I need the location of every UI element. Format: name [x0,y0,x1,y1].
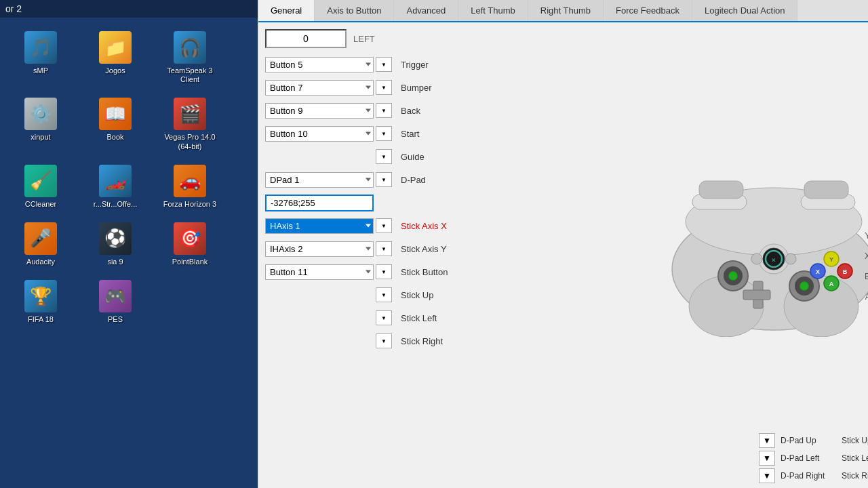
empty-dropdown-10 [265,287,374,303]
chevron-icon-2: ▼ [381,108,387,114]
mapping-label-8: Stick Axis Y [394,244,645,254]
tab-general[interactable]: General [258,0,315,22]
right-label-trigger: Trigger [865,185,868,205]
svg-text:A: A [829,281,834,287]
chevron-icon-0: ▼ [381,62,387,68]
chevron-icon-3: ▼ [381,131,387,137]
icon-img-8: 🚗 [174,165,206,197]
icon-img-1: 📁 [99,31,132,64]
dropdown-container-0: Button 5 [265,57,374,73]
icon-label-10: sia 9 [107,258,123,266]
arrow-btn-container-11: ▼ [374,310,394,325]
svg-text:B: B [843,268,848,275]
dropdown-9[interactable]: Button 11 [265,264,374,280]
mapping-label-4: Guide [394,152,645,162]
svg-point-13 [751,253,762,264]
desktop-icon-5[interactable]: 🎬 Vegas Pro 14.0 (64-bit) [156,94,224,154]
value-display[interactable] [265,29,347,48]
arrow-btn-5[interactable]: ▼ [376,172,392,187]
text-input-6[interactable] [265,195,374,211]
controller-svg: ✕ [658,161,868,337]
mapping-label-5: D-Pad [394,175,645,185]
dpad-up-dropdown-btn[interactable]: ▼ [759,433,775,448]
right-label-y: Y Button [865,226,868,246]
main-content: LEFT Button 5 ▼ Trigger [258,22,868,488]
arrow-btn-8[interactable]: ▼ [376,241,392,256]
tab-left-thumb[interactable]: Left Thumb [458,0,528,21]
icon-img-5: 🎬 [174,98,206,130]
arrow-btn-container-4: ▼ [374,149,394,164]
desktop-icon-9[interactable]: 🎤 Audacity [7,219,75,270]
arrow-btn-container-2: ▼ [374,103,394,118]
chevron-down-icon-2: ▼ [763,453,771,463]
dpad-right-label: D-Pad Right [781,471,838,481]
dropdown-8[interactable]: IHAxis 2 [265,241,374,257]
mapping-label-1: Bumper [394,83,645,93]
svg-rect-7 [699,181,743,199]
tab-logitech[interactable]: Logitech Dual Action [692,0,798,21]
desktop-icon-1[interactable]: 📁 Jogos [81,28,149,87]
dropdown-5[interactable]: DPad 1 [265,172,374,188]
arrow-btn-3[interactable]: ▼ [376,126,392,141]
dropdown-3[interactable]: Button 10 [265,126,374,142]
dropdown-container-11 [265,310,374,326]
desktop-icon-8[interactable]: 🚗 Forza Horizon 3 [156,161,224,212]
icon-img-11: 🎯 [174,222,206,255]
stick-up-right-label: Stick Up [842,436,868,445]
arrow-btn-12[interactable]: ▼ [376,333,392,348]
mapping-label-12: Stick Right [394,336,645,346]
dpad-up-label: D-Pad Up [781,436,838,445]
dpad-left-dropdown-btn[interactable]: ▼ [759,451,775,466]
svg-text:Y: Y [829,256,833,263]
empty-dropdown-12 [265,333,374,349]
tab-advanced[interactable]: Advanced [394,0,458,21]
mapping-row-2: Button 9 ▼ Back [265,100,645,121]
desktop-icon-7[interactable]: 🏎️ r...Str...Offe... [81,161,149,212]
dpad-right-dropdown-btn[interactable]: ▼ [759,468,775,483]
mapping-label-7: Stick Axis X [394,221,645,231]
arrow-btn-4[interactable]: ▼ [376,149,392,164]
right-label-b: B Button [865,266,868,287]
arrow-btn-7[interactable]: ▼ [376,218,392,233]
arrow-btn-1[interactable]: ▼ [376,80,392,95]
desktop-icon-2[interactable]: 🎧 TeamSpeak 3 Client [156,28,224,87]
arrow-btn-2[interactable]: ▼ [376,103,392,118]
chevron-icon-1: ▼ [381,85,387,91]
desktop-icon-4[interactable]: 📖 Book [81,94,149,154]
desktop-icon-12[interactable]: 🏆 FIFA 18 [7,277,75,327]
arrow-btn-11[interactable]: ▼ [376,310,392,325]
desktop-icon-11[interactable]: 🎯 PointBlank [156,219,224,270]
icon-img-6: 🧹 [24,165,57,197]
tab-axis-to-button[interactable]: Axis to Button [315,0,394,21]
arrow-btn-container-12: ▼ [374,333,394,348]
dpad-right-arrow-container: ▼ [757,468,777,483]
svg-rect-8 [804,181,848,199]
mapping-row-1: Button 7 ▼ Bumper [265,77,645,98]
mapping-label-9: Stick Button [394,267,645,277]
tab-force-feedback[interactable]: Force Feedback [604,0,692,21]
desktop-icon-10[interactable]: ⚽ sia 9 [81,219,149,270]
dropdown-1[interactable]: Button 7 [265,80,374,96]
top-row: LEFT [265,29,645,48]
arrow-btn-10[interactable]: ▼ [376,287,392,302]
dropdown-2[interactable]: Button 9 [265,103,374,119]
icon-label-0: sMP [33,66,48,75]
arrow-btn-0[interactable]: ▼ [376,57,392,72]
svg-point-20 [800,282,808,290]
icon-img-7: 🏎️ [99,165,132,197]
desktop-icon-3[interactable]: ⚙️ xinput [7,94,75,154]
tab-right-thumb[interactable]: Right Thumb [528,0,604,21]
mapping-row-3: Button 10 ▼ Start [265,123,645,144]
desktop-icon-13[interactable]: 🎮 PES [81,277,149,327]
mapping-row-0: Button 5 ▼ Trigger [265,54,645,75]
arrow-btn-9[interactable]: ▼ [376,264,392,279]
dpad-left-label: D-Pad Left [781,453,838,463]
dropdown-container-12 [265,333,374,349]
desktop-icon-0[interactable]: 🎵 sMP [7,28,75,87]
chevron-icon-5: ▼ [381,177,387,183]
dropdown-7[interactable]: HAxis 1 [265,218,374,234]
dropdown-0[interactable]: Button 5 [265,57,374,73]
desktop-icon-6[interactable]: 🧹 CCleaner [7,161,75,212]
chevron-icon-7: ▼ [381,223,387,229]
icon-label-6: CCleaner [25,200,56,209]
